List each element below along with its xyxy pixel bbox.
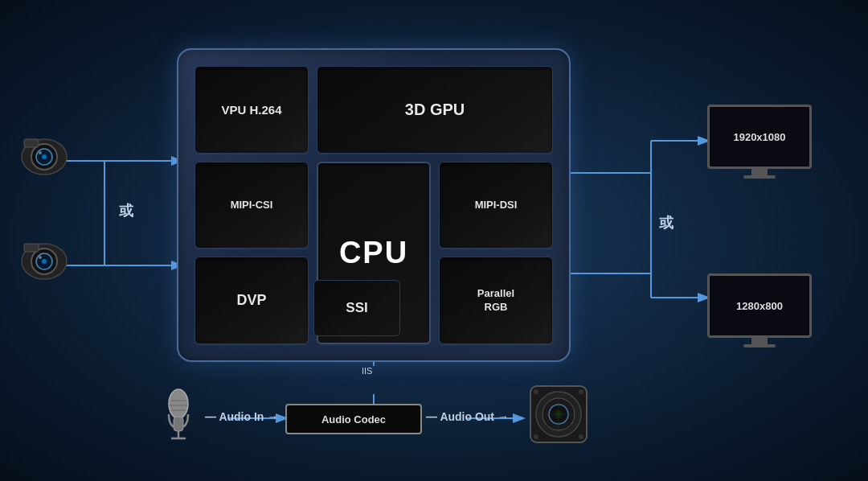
or-label-right: 或	[659, 213, 674, 232]
svg-rect-29	[24, 244, 39, 252]
speaker-icon	[526, 382, 591, 450]
iis-label: IIS	[362, 366, 372, 376]
svg-point-28	[39, 256, 42, 259]
monitor-bottom-screen: 1280x800	[707, 273, 812, 338]
monitor-top-screen: 1920x1080	[707, 105, 812, 169]
monitor-bottom-stand	[751, 338, 768, 344]
chip-ssi: SSI	[313, 280, 400, 336]
monitor-top-stand	[751, 169, 768, 175]
monitor-top-base	[743, 175, 776, 179]
audio-out-label: — Audio Out →	[426, 410, 509, 423]
chip-vpu: VPU H.264	[194, 66, 309, 154]
svg-point-30	[169, 389, 188, 418]
or-label-left: 或	[119, 201, 133, 220]
svg-point-21	[39, 151, 42, 154]
svg-point-27	[42, 259, 47, 264]
svg-point-45	[579, 389, 583, 394]
main-container: 或 VPU H.264 3D GPU MIPI-CSI CPU MIPI-DSI…	[0, 0, 868, 481]
microphone-icon	[157, 386, 201, 454]
svg-point-44	[534, 389, 538, 394]
chip-dvp: DVP	[194, 257, 309, 344]
chip-parallel-rgb: Parallel RGB	[439, 257, 553, 344]
camera-bottom	[16, 237, 72, 282]
svg-rect-36	[174, 417, 183, 431]
monitor-top: 1920x1080	[707, 105, 812, 179]
svg-point-20	[42, 154, 47, 159]
audio-in-label: — Audio In →	[205, 410, 278, 423]
audio-codec-box: Audio Codec	[285, 404, 422, 434]
svg-point-47	[579, 434, 583, 439]
monitor-bottom: 1280x800	[707, 273, 812, 347]
svg-rect-22	[24, 139, 39, 147]
svg-point-46	[534, 434, 538, 439]
monitor-bottom-base	[743, 344, 776, 347]
chip-mipi-csi: MIPI-CSI	[194, 162, 309, 249]
camera-top	[16, 133, 72, 177]
chip-mipi-dsi: MIPI-DSI	[439, 162, 553, 249]
chip-gpu: 3D GPU	[317, 66, 553, 154]
